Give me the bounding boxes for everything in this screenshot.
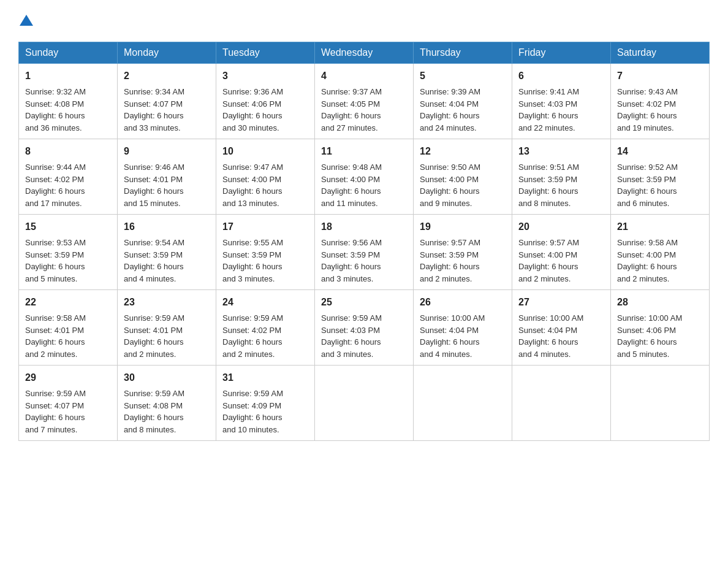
calendar-cell: 24Sunrise: 9:59 AMSunset: 4:02 PMDayligh… bbox=[216, 290, 315, 366]
calendar-week-1: 1Sunrise: 9:32 AMSunset: 4:08 PMDaylight… bbox=[19, 64, 710, 139]
calendar-header-sunday: Sunday bbox=[19, 42, 118, 64]
day-info: Sunrise: 9:59 AMSunset: 4:08 PMDaylight:… bbox=[124, 388, 210, 435]
day-number: 21 bbox=[617, 220, 703, 234]
calendar-cell: 6Sunrise: 9:41 AMSunset: 4:03 PMDaylight… bbox=[512, 64, 611, 139]
calendar-cell: 29Sunrise: 9:59 AMSunset: 4:07 PMDayligh… bbox=[19, 366, 118, 441]
day-info: Sunrise: 9:58 AMSunset: 4:00 PMDaylight:… bbox=[617, 237, 703, 285]
day-number: 24 bbox=[222, 295, 308, 310]
calendar-cell: 30Sunrise: 9:59 AMSunset: 4:08 PMDayligh… bbox=[118, 366, 216, 441]
day-info: Sunrise: 9:50 AMSunset: 4:00 PMDaylight:… bbox=[420, 161, 506, 209]
calendar-cell: 23Sunrise: 9:59 AMSunset: 4:01 PMDayligh… bbox=[118, 290, 216, 366]
day-info: Sunrise: 9:55 AMSunset: 3:59 PMDaylight:… bbox=[222, 237, 308, 285]
day-info: Sunrise: 9:46 AMSunset: 4:01 PMDaylight:… bbox=[124, 161, 210, 209]
day-number: 20 bbox=[518, 220, 604, 234]
day-number: 15 bbox=[25, 220, 111, 234]
calendar-cell: 1Sunrise: 9:32 AMSunset: 4:08 PMDaylight… bbox=[19, 64, 118, 139]
calendar-cell: 12Sunrise: 9:50 AMSunset: 4:00 PMDayligh… bbox=[414, 139, 512, 215]
day-info: Sunrise: 9:47 AMSunset: 4:00 PMDaylight:… bbox=[222, 161, 308, 209]
calendar-cell: 9Sunrise: 9:46 AMSunset: 4:01 PMDaylight… bbox=[118, 139, 216, 215]
day-info: Sunrise: 9:43 AMSunset: 4:02 PMDaylight:… bbox=[617, 86, 703, 134]
day-info: Sunrise: 10:00 AMSunset: 4:04 PMDaylight… bbox=[420, 312, 506, 360]
calendar-cell: 17Sunrise: 9:55 AMSunset: 3:59 PMDayligh… bbox=[216, 215, 315, 290]
calendar-cell: 26Sunrise: 10:00 AMSunset: 4:04 PMDaylig… bbox=[414, 290, 512, 366]
logo-triangle-icon bbox=[20, 13, 33, 27]
calendar-cell: 7Sunrise: 9:43 AMSunset: 4:02 PMDaylight… bbox=[611, 64, 710, 139]
day-number: 28 bbox=[617, 295, 703, 310]
day-number: 12 bbox=[420, 144, 506, 159]
calendar-cell: 28Sunrise: 10:00 AMSunset: 4:06 PMDaylig… bbox=[611, 290, 710, 366]
calendar-cell: 15Sunrise: 9:53 AMSunset: 3:59 PMDayligh… bbox=[19, 215, 118, 290]
calendar-header-tuesday: Tuesday bbox=[216, 42, 315, 64]
day-info: Sunrise: 9:37 AMSunset: 4:05 PMDaylight:… bbox=[321, 86, 407, 134]
day-info: Sunrise: 9:56 AMSunset: 3:59 PMDaylight:… bbox=[321, 237, 407, 285]
calendar-week-2: 8Sunrise: 9:44 AMSunset: 4:02 PMDaylight… bbox=[19, 139, 710, 215]
day-info: Sunrise: 9:52 AMSunset: 3:59 PMDaylight:… bbox=[617, 161, 703, 209]
day-info: Sunrise: 9:41 AMSunset: 4:03 PMDaylight:… bbox=[518, 86, 604, 134]
day-number: 27 bbox=[518, 295, 604, 310]
day-info: Sunrise: 9:59 AMSunset: 4:09 PMDaylight:… bbox=[222, 388, 308, 435]
day-number: 13 bbox=[518, 144, 604, 159]
day-number: 3 bbox=[222, 69, 308, 83]
calendar-cell: 14Sunrise: 9:52 AMSunset: 3:59 PMDayligh… bbox=[611, 139, 710, 215]
day-info: Sunrise: 9:34 AMSunset: 4:07 PMDaylight:… bbox=[124, 86, 210, 134]
day-number: 14 bbox=[617, 144, 703, 159]
page-header bbox=[18, 12, 710, 29]
calendar-cell: 5Sunrise: 9:39 AMSunset: 4:04 PMDaylight… bbox=[414, 64, 512, 139]
day-number: 2 bbox=[124, 69, 210, 83]
calendar-cell: 27Sunrise: 10:00 AMSunset: 4:04 PMDaylig… bbox=[512, 290, 611, 366]
day-number: 25 bbox=[321, 295, 407, 310]
day-number: 1 bbox=[25, 69, 111, 83]
day-number: 30 bbox=[124, 370, 210, 385]
day-info: Sunrise: 9:53 AMSunset: 3:59 PMDaylight:… bbox=[25, 237, 111, 285]
day-info: Sunrise: 9:51 AMSunset: 3:59 PMDaylight:… bbox=[518, 161, 604, 209]
day-number: 22 bbox=[25, 295, 111, 310]
calendar-cell: 18Sunrise: 9:56 AMSunset: 3:59 PMDayligh… bbox=[315, 215, 414, 290]
calendar-cell: 11Sunrise: 9:48 AMSunset: 4:00 PMDayligh… bbox=[315, 139, 414, 215]
day-number: 4 bbox=[321, 69, 407, 83]
calendar-header-monday: Monday bbox=[118, 42, 216, 64]
day-info: Sunrise: 10:00 AMSunset: 4:04 PMDaylight… bbox=[518, 312, 604, 360]
day-number: 8 bbox=[25, 144, 111, 159]
calendar-cell: 25Sunrise: 9:59 AMSunset: 4:03 PMDayligh… bbox=[315, 290, 414, 366]
day-number: 16 bbox=[124, 220, 210, 234]
day-number: 7 bbox=[617, 69, 703, 83]
day-number: 10 bbox=[222, 144, 308, 159]
calendar-header-row: SundayMondayTuesdayWednesdayThursdayFrid… bbox=[19, 42, 710, 64]
day-info: Sunrise: 9:44 AMSunset: 4:02 PMDaylight:… bbox=[25, 161, 111, 209]
day-number: 9 bbox=[124, 144, 210, 159]
calendar-cell: 19Sunrise: 9:57 AMSunset: 3:59 PMDayligh… bbox=[414, 215, 512, 290]
calendar-week-4: 22Sunrise: 9:58 AMSunset: 4:01 PMDayligh… bbox=[19, 290, 710, 366]
calendar-week-5: 29Sunrise: 9:59 AMSunset: 4:07 PMDayligh… bbox=[19, 366, 710, 441]
day-info: Sunrise: 9:59 AMSunset: 4:03 PMDaylight:… bbox=[321, 312, 407, 360]
day-info: Sunrise: 9:58 AMSunset: 4:01 PMDaylight:… bbox=[25, 312, 111, 360]
day-info: Sunrise: 9:54 AMSunset: 3:59 PMDaylight:… bbox=[124, 237, 210, 285]
calendar-cell: 4Sunrise: 9:37 AMSunset: 4:05 PMDaylight… bbox=[315, 64, 414, 139]
calendar-cell: 16Sunrise: 9:54 AMSunset: 3:59 PMDayligh… bbox=[118, 215, 216, 290]
day-number: 23 bbox=[124, 295, 210, 310]
calendar-cell: 3Sunrise: 9:36 AMSunset: 4:06 PMDaylight… bbox=[216, 64, 315, 139]
svg-marker-0 bbox=[20, 15, 33, 26]
day-number: 26 bbox=[420, 295, 506, 310]
day-number: 31 bbox=[222, 370, 308, 385]
day-info: Sunrise: 9:59 AMSunset: 4:01 PMDaylight:… bbox=[124, 312, 210, 360]
day-number: 18 bbox=[321, 220, 407, 234]
day-info: Sunrise: 9:48 AMSunset: 4:00 PMDaylight:… bbox=[321, 161, 407, 209]
calendar-week-3: 15Sunrise: 9:53 AMSunset: 3:59 PMDayligh… bbox=[19, 215, 710, 290]
calendar-cell: 13Sunrise: 9:51 AMSunset: 3:59 PMDayligh… bbox=[512, 139, 611, 215]
day-number: 17 bbox=[222, 220, 308, 234]
day-info: Sunrise: 9:36 AMSunset: 4:06 PMDaylight:… bbox=[222, 86, 308, 134]
day-info: Sunrise: 9:32 AMSunset: 4:08 PMDaylight:… bbox=[25, 86, 111, 134]
calendar-cell: 31Sunrise: 9:59 AMSunset: 4:09 PMDayligh… bbox=[216, 366, 315, 441]
day-info: Sunrise: 9:57 AMSunset: 3:59 PMDaylight:… bbox=[420, 237, 506, 285]
calendar-body: 1Sunrise: 9:32 AMSunset: 4:08 PMDaylight… bbox=[19, 64, 710, 441]
calendar-header-thursday: Thursday bbox=[414, 42, 512, 64]
calendar-cell bbox=[315, 366, 414, 441]
day-info: Sunrise: 9:57 AMSunset: 4:00 PMDaylight:… bbox=[518, 237, 604, 285]
logo bbox=[18, 12, 33, 29]
calendar-cell: 20Sunrise: 9:57 AMSunset: 4:00 PMDayligh… bbox=[512, 215, 611, 290]
calendar-cell: 22Sunrise: 9:58 AMSunset: 4:01 PMDayligh… bbox=[19, 290, 118, 366]
day-number: 11 bbox=[321, 144, 407, 159]
day-info: Sunrise: 9:59 AMSunset: 4:07 PMDaylight:… bbox=[25, 388, 111, 435]
calendar-cell bbox=[414, 366, 512, 441]
calendar-cell: 21Sunrise: 9:58 AMSunset: 4:00 PMDayligh… bbox=[611, 215, 710, 290]
